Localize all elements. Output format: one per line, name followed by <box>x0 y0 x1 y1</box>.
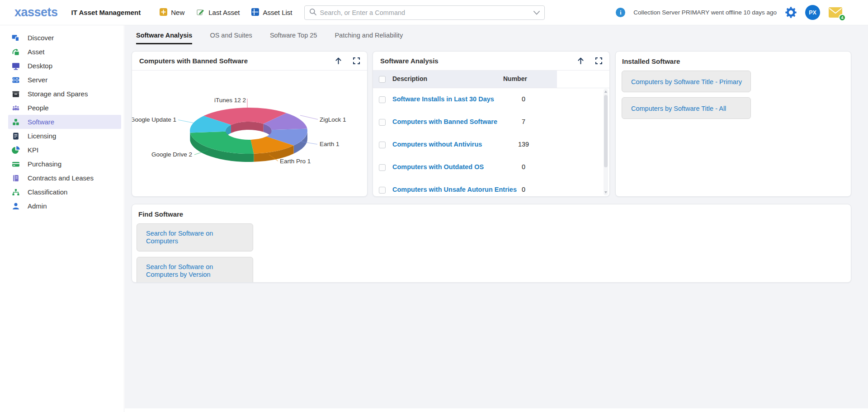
report-count: 7 <box>503 118 544 125</box>
topbar-right: i Collection Server PRIMARY went offline… <box>616 5 843 20</box>
search-software-on-computers-by-version-button[interactable]: Search for Software on Computers by Vers… <box>137 257 253 283</box>
licensing-icon <box>11 132 20 141</box>
scroll-down-arrow-icon[interactable] <box>604 191 607 194</box>
table-row: Computers with Banned Software 7 <box>373 111 609 133</box>
asset-list-button[interactable]: Asset List <box>251 8 292 17</box>
table-row: Computers with Outdated OS 0 <box>373 156 609 179</box>
command-search[interactable] <box>304 5 545 20</box>
row-checkbox[interactable] <box>379 164 386 171</box>
settings-gear-icon[interactable] <box>785 6 797 19</box>
table-header-row: Description Number <box>373 71 609 88</box>
report-count: 0 <box>503 163 544 170</box>
card-title: Computers with Banned Software <box>139 57 248 65</box>
expand-icon[interactable] <box>595 57 602 64</box>
sidebar-nav: Discover Asset Desktop Server Storage an… <box>0 25 124 412</box>
sidebar-item-label: Licensing <box>28 132 56 140</box>
sidebar-item-kpi[interactable]: KPI <box>0 143 121 157</box>
sidebar-item-admin[interactable]: Admin <box>0 199 121 213</box>
export-up-arrow-icon[interactable] <box>335 57 342 65</box>
sidebar-item-classification[interactable]: Classification <box>0 185 121 199</box>
search-input[interactable] <box>320 9 533 16</box>
sidebar-item-label: Server <box>28 76 47 84</box>
xassets-logo: xassets <box>14 5 58 19</box>
sidebar-item-label: Contracts and Leases <box>28 174 94 182</box>
tab-patching-reliability[interactable]: Patching and Reliability <box>335 29 403 44</box>
report-link[interactable]: Computers without Antivirus <box>392 141 482 148</box>
user-avatar[interactable]: PX <box>805 5 820 20</box>
classification-icon <box>11 188 20 197</box>
sidebar-item-label: People <box>28 104 49 112</box>
find-software-card: Find Software Search for Software on Com… <box>132 204 851 283</box>
table-row: Computers with Unsafe Autorun Entries 0 <box>373 179 609 197</box>
tab-os-and-suites[interactable]: OS and Suites <box>210 29 252 44</box>
contracts-icon <box>11 174 20 183</box>
sidebar-item-purchasing[interactable]: Purchasing <box>0 157 121 171</box>
sidebar-item-label: Storage and Spares <box>28 90 88 98</box>
report-link[interactable]: Computers with Outdated OS <box>392 163 484 170</box>
last-asset-button[interactable]: Last Asset <box>196 8 240 18</box>
row-checkbox[interactable] <box>379 187 386 194</box>
sidebar-item-label: Desktop <box>28 62 52 70</box>
pie-label: iTunes 12 2 <box>214 97 246 104</box>
messages-button[interactable]: 4 <box>828 7 843 19</box>
info-icon[interactable]: i <box>616 8 625 17</box>
sidebar-item-label: KPI <box>28 146 38 154</box>
banned-software-donut-chart[interactable]: iTunes 12 2ZigLock 1Earth 1Earth Pro 1Go… <box>132 71 368 197</box>
sidebar-item-people[interactable]: People <box>0 101 121 115</box>
server-icon <box>11 76 20 85</box>
computers-by-software-title-all-button[interactable]: Computers by Software Title - All <box>622 97 751 119</box>
sidebar-item-label: Admin <box>28 202 47 210</box>
search-icon <box>309 8 316 17</box>
tab-bar: Software Analysis OS and Suites Software… <box>136 29 420 44</box>
server-status-message: Collection Server PRIMARY went offline 1… <box>633 9 777 16</box>
sidebar-item-discover[interactable]: Discover <box>0 31 121 45</box>
row-checkbox[interactable] <box>379 119 386 126</box>
card-title: Software Analysis <box>380 57 439 65</box>
sidebar-item-label: Discover <box>28 34 54 42</box>
scroll-up-arrow-icon[interactable] <box>604 90 607 93</box>
mail-count-badge: 4 <box>839 14 846 21</box>
report-link[interactable]: Computers with Unsafe Autorun Entries <box>392 186 517 193</box>
sidebar-item-desktop[interactable]: Desktop <box>0 59 121 73</box>
page-title: IT Asset Management <box>71 9 141 16</box>
sidebar-item-label: Asset <box>28 48 45 56</box>
search-software-on-computers-button[interactable]: Search for Software on Computers <box>137 223 253 251</box>
new-button[interactable]: New <box>160 8 184 17</box>
banned-software-card: Computers with Banned Software iTunes 12… <box>132 51 368 197</box>
table-body: Software Installs in Last 30 Days 0 Comp… <box>373 88 609 197</box>
column-header-number: Number <box>503 75 527 82</box>
pie-label: Google Drive 2 <box>151 151 192 158</box>
select-all-checkbox[interactable] <box>379 76 386 83</box>
sidebar-item-label: Purchasing <box>28 160 61 168</box>
sidebar-item-storage[interactable]: Storage and Spares <box>0 87 121 101</box>
computers-by-software-title-primary-button[interactable]: Computers by Software Title - Primary <box>622 71 751 92</box>
chevron-down-icon[interactable] <box>533 9 540 17</box>
table-icon <box>251 8 259 17</box>
table-scrollbar[interactable] <box>604 89 608 195</box>
people-icon <box>11 104 20 113</box>
software-icon <box>11 118 20 127</box>
sidebar-item-asset[interactable]: Asset <box>0 45 121 59</box>
sidebar-item-contracts[interactable]: Contracts and Leases <box>0 171 121 185</box>
report-link[interactable]: Software Installs in Last 30 Days <box>392 95 494 103</box>
report-link[interactable]: Computers with Banned Software <box>392 118 497 125</box>
sidebar-item-server[interactable]: Server <box>0 73 121 87</box>
tab-software-analysis[interactable]: Software Analysis <box>136 29 192 44</box>
row-checkbox[interactable] <box>379 96 386 103</box>
card-header: Installed Software <box>616 52 851 71</box>
admin-icon <box>11 202 20 211</box>
sidebar-item-software[interactable]: Software <box>8 115 121 129</box>
export-up-arrow-icon[interactable] <box>577 57 585 65</box>
sidebar-item-licensing[interactable]: Licensing <box>0 129 121 143</box>
installed-software-card: Installed Software Computers by Software… <box>615 51 851 197</box>
table-row: Software Installs in Last 30 Days 0 <box>373 88 609 111</box>
storage-icon <box>11 90 20 99</box>
card-header: Find Software <box>132 204 851 223</box>
new-icon <box>160 8 167 17</box>
report-count: 0 <box>503 95 544 103</box>
expand-icon[interactable] <box>353 57 360 64</box>
row-checkbox[interactable] <box>379 142 386 148</box>
scrollbar-thumb[interactable] <box>604 95 608 167</box>
table-row: Computers without Antivirus 139 <box>373 133 609 156</box>
tab-software-top-25[interactable]: Software Top 25 <box>270 29 317 44</box>
